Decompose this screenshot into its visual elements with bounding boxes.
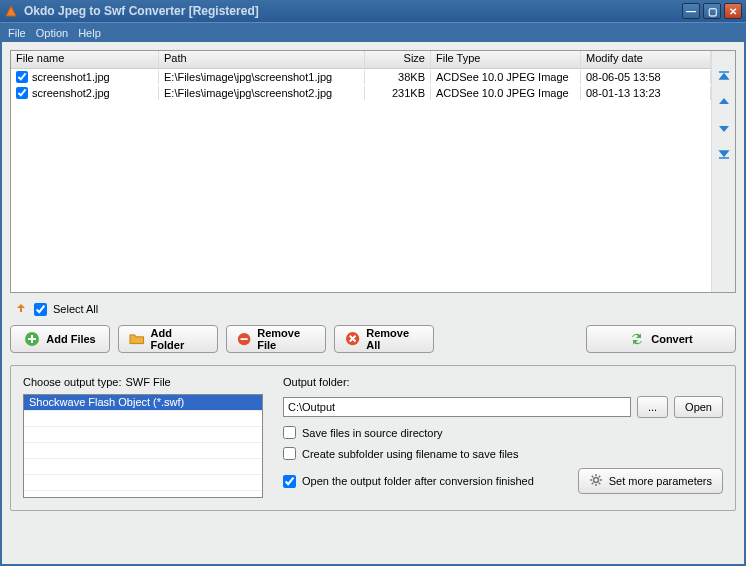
settings-panel: Choose output type: SWF File Shockwave F… — [10, 365, 736, 511]
menu-option[interactable]: Option — [36, 27, 68, 39]
browse-button[interactable]: ... — [637, 396, 668, 418]
save-source-checkbox[interactable] — [283, 426, 296, 439]
list-item — [24, 411, 262, 427]
list-item — [24, 443, 262, 459]
cell-path: E:\Files\image\jpg\screenshot1.jpg — [159, 70, 365, 84]
cell-date: 08-06-05 13:58 — [581, 70, 711, 84]
list-item — [24, 475, 262, 491]
convert-button[interactable]: Convert — [586, 325, 736, 353]
row-checkbox[interactable] — [16, 87, 28, 99]
open-after-checkbox[interactable] — [283, 475, 296, 488]
move-top-button[interactable] — [715, 67, 733, 85]
subfolder-checkbox[interactable] — [283, 447, 296, 460]
up-folder-icon[interactable] — [14, 301, 28, 317]
minimize-button[interactable]: — — [682, 3, 700, 19]
menu-file[interactable]: File — [8, 27, 26, 39]
cell-size: 38KB — [365, 70, 431, 84]
gear-icon — [589, 473, 603, 489]
menu-help[interactable]: Help — [78, 27, 101, 39]
file-table: File name Path Size File Type Modify dat… — [10, 50, 736, 293]
table-row[interactable]: screenshot2.jpg E:\Files\image\jpg\scree… — [11, 85, 711, 101]
menubar: File Option Help — [0, 22, 746, 42]
output-folder-input[interactable] — [283, 397, 631, 417]
cell-size: 231KB — [365, 86, 431, 100]
output-type-current: SWF File — [125, 376, 170, 388]
output-folder-label: Output folder: — [283, 376, 723, 388]
move-down-button[interactable] — [715, 119, 733, 137]
cell-type: ACDSee 10.0 JPEG Image — [431, 70, 581, 84]
save-source-label: Save files in source directory — [302, 427, 443, 439]
cell-path: E:\Files\image\jpg\screenshot2.jpg — [159, 86, 365, 100]
cell-name: screenshot2.jpg — [32, 87, 110, 99]
cell-date: 08-01-13 13:23 — [581, 86, 711, 100]
col-header-type[interactable]: File Type — [431, 51, 581, 68]
col-header-size[interactable]: Size — [365, 51, 431, 68]
table-header: File name Path Size File Type Modify dat… — [11, 51, 711, 69]
move-bottom-button[interactable] — [715, 145, 733, 163]
convert-icon — [629, 331, 645, 347]
list-item — [24, 459, 262, 475]
maximize-button[interactable]: ▢ — [703, 3, 721, 19]
col-header-name[interactable]: File name — [11, 51, 159, 68]
list-item[interactable]: Shockwave Flash Object (*.swf) — [24, 395, 262, 411]
minus-icon — [237, 331, 251, 347]
table-row[interactable]: screenshot1.jpg E:\Files\image\jpg\scree… — [11, 69, 711, 85]
output-type-label: Choose output type: — [23, 376, 121, 388]
add-files-button[interactable]: Add Files — [10, 325, 110, 353]
col-header-date[interactable]: Modify date — [581, 51, 711, 68]
select-all-checkbox[interactable] — [34, 303, 47, 316]
remove-all-button[interactable]: Remove All — [334, 325, 434, 353]
more-parameters-button[interactable]: Set more parameters — [578, 468, 723, 494]
svg-point-3 — [593, 478, 598, 483]
plus-icon — [24, 331, 40, 347]
window-title: Okdo Jpeg to Swf Converter [Registered] — [24, 4, 682, 18]
subfolder-label: Create subfolder using filename to save … — [302, 448, 518, 460]
col-header-path[interactable]: Path — [159, 51, 365, 68]
folder-icon — [129, 331, 145, 347]
cell-name: screenshot1.jpg — [32, 71, 110, 83]
x-icon — [345, 331, 360, 347]
cell-type: ACDSee 10.0 JPEG Image — [431, 86, 581, 100]
select-all-label: Select All — [53, 303, 98, 315]
list-item — [24, 427, 262, 443]
open-folder-button[interactable]: Open — [674, 396, 723, 418]
table-body: screenshot1.jpg E:\Files\image\jpg\scree… — [11, 69, 711, 292]
add-folder-button[interactable]: Add Folder — [118, 325, 218, 353]
move-up-button[interactable] — [715, 93, 733, 111]
titlebar: Okdo Jpeg to Swf Converter [Registered] … — [0, 0, 746, 22]
output-type-list[interactable]: Shockwave Flash Object (*.swf) — [23, 394, 263, 498]
open-after-label: Open the output folder after conversion … — [302, 475, 534, 487]
app-icon — [4, 4, 18, 18]
row-checkbox[interactable] — [16, 71, 28, 83]
reorder-buttons — [711, 51, 735, 292]
remove-file-button[interactable]: Remove File — [226, 325, 326, 353]
close-button[interactable]: ✕ — [724, 3, 742, 19]
